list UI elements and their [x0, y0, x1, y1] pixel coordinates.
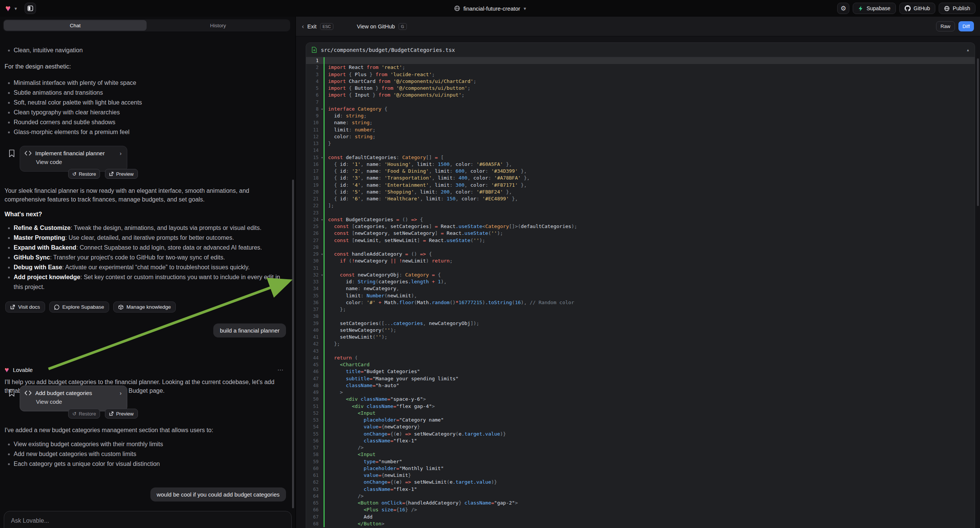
- code-line: 17 { id: '2', name: 'Food & Dining', lim…: [306, 168, 975, 175]
- view-on-github-button[interactable]: View on GitHub G: [357, 23, 407, 30]
- manage-knowledge-button[interactable]: Manage knowledge: [113, 302, 176, 312]
- code-text: [323, 348, 975, 355]
- github-button[interactable]: GitHub: [899, 3, 935, 14]
- code-line: 32▾ const newCategoryObj: Category = {: [306, 272, 975, 278]
- version-card-add-budget-categories[interactable]: Add budget categories › View code: [20, 386, 127, 411]
- visit-docs-button[interactable]: Visit docs: [5, 302, 45, 312]
- code-line: 29▾ const handleAddCategory = () => {: [306, 251, 975, 258]
- code-line: 6import { Input } from '@/components/ui/…: [306, 92, 975, 99]
- version-card-implement-financial-planner[interactable]: Implement financial planner › View code: [20, 146, 127, 172]
- view-code-link[interactable]: View code: [36, 159, 122, 165]
- chat-panel: Chat History Clean, intuitive navigation…: [0, 17, 296, 528]
- line-number: 40: [306, 327, 323, 334]
- code-line: 61 value={newLimit}: [306, 472, 975, 479]
- code-line: 67 Add: [306, 514, 975, 520]
- supabase-button[interactable]: Supabase: [853, 3, 896, 14]
- fold-chevron-icon[interactable]: ▾: [321, 106, 323, 113]
- bookmark-icon[interactable]: [8, 149, 15, 157]
- code-line: 53 placeholder="Category name": [306, 417, 975, 423]
- code-text: />: [323, 444, 975, 451]
- preview-button[interactable]: Preview: [105, 409, 137, 418]
- exit-button[interactable]: ‹ Exit ESC: [302, 23, 333, 30]
- line-number: 28: [306, 244, 323, 251]
- toggle-sidebar-button[interactable]: [25, 3, 36, 14]
- supabase-bolt-icon: [858, 6, 863, 11]
- code-text: { id: '5', name: 'Shopping', limit: 200,…: [323, 189, 975, 196]
- line-number: 16: [306, 161, 323, 168]
- code-line: 36 color: '#' + Math.floor(Math.random()…: [306, 299, 975, 306]
- code-text: id: string;: [323, 113, 975, 119]
- code-line: 40 setNewCategory('');: [306, 327, 975, 334]
- code-scrollbar[interactable]: [977, 58, 979, 206]
- preview-button[interactable]: Preview: [105, 169, 137, 179]
- code-line: 18 { id: '3', name: 'Transportation', li…: [306, 175, 975, 181]
- code-text: <ChartCard: [323, 361, 975, 368]
- restore-button[interactable]: ↺ Restore: [68, 169, 100, 179]
- code-text: import { Input } from '@/components/ui/i…: [323, 92, 975, 99]
- explore-supabase-button[interactable]: Explore Supabase: [49, 302, 109, 312]
- code-line: 9 id: string;: [306, 113, 975, 119]
- chevron-up-icon[interactable]: ▴: [966, 47, 969, 52]
- fold-chevron-icon[interactable]: ▾: [321, 154, 323, 161]
- assistant-name: Lovable: [13, 367, 33, 373]
- line-number: 49: [306, 389, 323, 396]
- external-link-icon: [10, 305, 15, 309]
- line-number: 61: [306, 472, 323, 479]
- publish-button[interactable]: Publish: [939, 3, 975, 14]
- line-number: 47: [306, 375, 323, 382]
- code-text: const [categories, setCategories] = Reac…: [323, 223, 975, 230]
- code-line: 21 { id: '6', name: 'Healthcare', limit:…: [306, 196, 975, 202]
- code-text: setNewCategory('');: [323, 327, 975, 334]
- view-code-link[interactable]: View code: [36, 398, 122, 405]
- list-item: View existing budget categories with the…: [5, 439, 284, 449]
- fold-chevron-icon[interactable]: ▾: [321, 272, 323, 278]
- code-line: 68 </Button>: [306, 520, 975, 527]
- list-item: GitHub Sync: Transfer your project's cod…: [5, 253, 284, 262]
- code-line: 35 limit: Number(newLimit),: [306, 293, 975, 299]
- code-text: return (: [323, 355, 975, 361]
- list-item: Each category gets a unique color for vi…: [5, 459, 284, 469]
- publish-label: Publish: [953, 5, 970, 11]
- code-line: 19 { id: '4', name: 'Entertainment', lim…: [306, 182, 975, 189]
- file-header[interactable]: src/components/budget/BudgetCategories.t…: [306, 43, 975, 57]
- tab-history[interactable]: History: [146, 20, 290, 31]
- chevron-left-icon: ‹: [302, 23, 304, 30]
- code-line: 11 limit: number;: [306, 127, 975, 133]
- chat-scrollbar[interactable]: [292, 180, 294, 508]
- restore-button[interactable]: ↺ Restore: [68, 409, 100, 418]
- prompt-input-box[interactable]: Ask Lovable... Attach Edit: [4, 511, 292, 528]
- whats-next-list: Refine & Customize: Tweak the design, an…: [5, 223, 284, 292]
- list-item: Add new budget categories with custom li…: [5, 449, 284, 459]
- code-text: </Button>: [323, 520, 975, 527]
- code-text: [323, 147, 975, 154]
- lovable-logo-icon[interactable]: ♥: [5, 4, 11, 13]
- line-number: 67: [306, 514, 323, 520]
- code-text: };: [323, 306, 975, 313]
- bookmark-icon[interactable]: [8, 389, 15, 397]
- gear-icon: ⚙: [841, 5, 846, 13]
- code-text: className="h-auto": [323, 382, 975, 389]
- line-number: 52: [306, 410, 323, 417]
- line-number: 55: [306, 431, 323, 437]
- panel-icon: [27, 5, 33, 11]
- diff-toggle-button[interactable]: Diff: [958, 21, 974, 32]
- line-number: 37: [306, 306, 323, 313]
- code-text: const [newLimit, setNewLimit] = React.us…: [323, 237, 975, 244]
- fold-chevron-icon[interactable]: ▾: [321, 251, 323, 258]
- chevron-down-icon[interactable]: ▾: [14, 6, 17, 11]
- project-switcher[interactable]: financial-future-creator ▾: [454, 5, 526, 12]
- line-number: 62: [306, 479, 323, 485]
- code-line: 13}: [306, 140, 975, 147]
- message-menu-icon[interactable]: ⋯: [277, 366, 284, 374]
- fold-chevron-icon[interactable]: ▾: [321, 216, 323, 223]
- code-text: name: string;: [323, 119, 975, 126]
- settings-button[interactable]: ⚙: [837, 3, 849, 14]
- code-line: 31: [306, 265, 975, 272]
- code-text: <Button onClick={handleAddCategory} clas…: [323, 499, 975, 506]
- code-line: 51 <div className="flex gap-4">: [306, 403, 975, 410]
- raw-toggle-button[interactable]: Raw: [936, 21, 955, 32]
- code-text: setNewLimit('');: [323, 334, 975, 340]
- tab-chat[interactable]: Chat: [4, 20, 146, 31]
- code-line: 64 />: [306, 493, 975, 499]
- line-number: 63: [306, 486, 323, 493]
